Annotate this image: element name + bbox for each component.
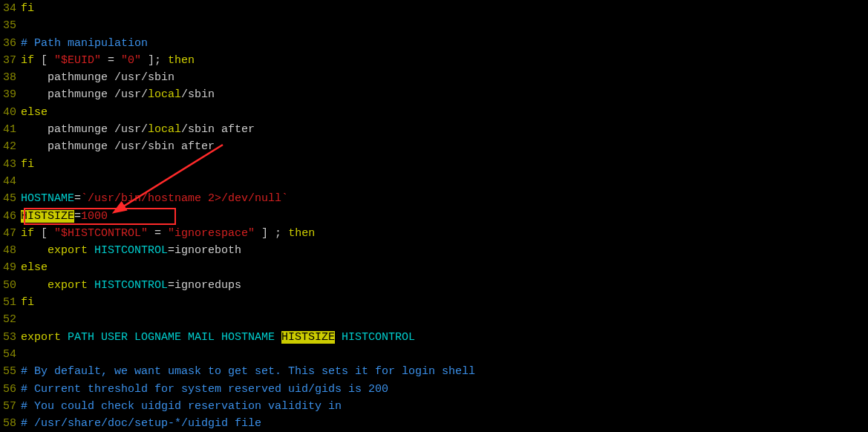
code-line[interactable]: 55# By default, we want umask to get set… [0, 363, 868, 380]
token: pathmunge [21, 123, 114, 136]
line-number: 45 [0, 190, 21, 207]
token: pathmunge [21, 71, 114, 84]
token: export [48, 279, 88, 292]
code-content[interactable]: pathmunge /usr/local/sbin after [21, 121, 255, 138]
token: /sbin after [181, 123, 255, 136]
code-content[interactable]: fi [21, 156, 34, 173]
code-content[interactable]: if [ "$EUID" = "0" ]; then [21, 52, 195, 69]
code-content[interactable]: # Path manipulation [21, 35, 148, 52]
code-content[interactable]: pathmunge /usr/sbin after [21, 138, 215, 155]
token: HISTCONTROL [94, 244, 168, 257]
line-number: 57 [0, 398, 21, 415]
token: if [21, 54, 34, 67]
line-number: 42 [0, 138, 21, 155]
line-number: 49 [0, 259, 21, 276]
token: HISTCONTROL [335, 331, 415, 344]
code-line[interactable]: 42 pathmunge /usr/sbin after [0, 138, 868, 155]
code-line[interactable]: 48 export HISTCONTROL=ignoreboth [0, 242, 868, 259]
code-line[interactable]: 58# /usr/share/doc/setup-*/uidgid file [0, 415, 868, 432]
line-number: 52 [0, 311, 21, 328]
token: = [74, 210, 81, 223]
code-line[interactable]: 34fi [0, 0, 868, 17]
token: export [48, 244, 88, 257]
token: /usr/ [114, 123, 148, 136]
token: # Path manipulation [21, 37, 148, 50]
line-number: 48 [0, 242, 21, 259]
code-line[interactable]: 45HOSTNAME=`/usr/bin/hostname 2>/dev/nul… [0, 190, 868, 207]
code-content[interactable]: fi [21, 0, 34, 17]
code-content[interactable]: pathmunge /usr/local/sbin [21, 86, 215, 103]
token: # You could check uidgid reservation val… [21, 400, 342, 413]
code-line[interactable]: 46HISTSIZE=1000 [0, 208, 868, 225]
code-line[interactable]: 57# You could check uidgid reservation v… [0, 398, 868, 415]
token: =ignoredups [168, 279, 241, 292]
line-number: 56 [0, 381, 21, 398]
code-line[interactable]: 39 pathmunge /usr/local/sbin [0, 86, 868, 103]
code-line[interactable]: 56# Current threshold for system reserve… [0, 381, 868, 398]
token: # /usr/share/doc/setup-*/uidgid file [21, 417, 261, 430]
token: else [21, 106, 48, 119]
code-content[interactable]: # Current threshold for system reserved … [21, 381, 388, 398]
code-content[interactable]: HOSTNAME=`/usr/bin/hostname 2>/dev/null` [21, 190, 288, 207]
token: = [101, 54, 121, 67]
line-number: 58 [0, 415, 21, 432]
code-line[interactable]: 54 [0, 346, 868, 363]
token: PATH USER LOGNAME MAIL HOSTNAME [68, 331, 281, 344]
code-content[interactable]: else [21, 104, 48, 121]
code-content[interactable]: HISTSIZE=1000 [21, 208, 108, 225]
line-number: 51 [0, 294, 21, 311]
code-editor[interactable]: 34fi3536# Path manipulation37if [ "$EUID… [0, 0, 868, 432]
code-content[interactable]: pathmunge /usr/sbin [21, 69, 174, 86]
token: = [74, 192, 81, 205]
code-content[interactable]: # You could check uidgid reservation val… [21, 398, 342, 415]
line-number: 55 [0, 363, 21, 380]
token: # Current threshold for system reserved … [21, 383, 388, 396]
token: then [168, 54, 195, 67]
token: "$HISTCONTROL" [54, 227, 148, 240]
code-content[interactable]: # /usr/share/doc/setup-*/uidgid file [21, 415, 261, 432]
code-line[interactable]: 53export PATH USER LOGNAME MAIL HOSTNAME… [0, 329, 868, 346]
line-number: 40 [0, 104, 21, 121]
token: HISTSIZE [21, 210, 74, 223]
code-line[interactable]: 41 pathmunge /usr/local/sbin after [0, 121, 868, 138]
line-number: 53 [0, 329, 21, 346]
token: [ [34, 54, 54, 67]
token: "ignorespace" [168, 227, 255, 240]
code-line[interactable]: 37if [ "$EUID" = "0" ]; then [0, 52, 868, 69]
token: "0" [121, 54, 141, 67]
line-number: 54 [0, 346, 21, 363]
token [61, 331, 68, 344]
code-content[interactable]: export HISTCONTROL=ignoreboth [21, 242, 241, 259]
code-content[interactable]: # By default, we want umask to get set. … [21, 363, 475, 380]
code-line[interactable]: 38 pathmunge /usr/sbin [0, 69, 868, 86]
code-content[interactable]: else [21, 259, 48, 276]
line-number: 47 [0, 225, 21, 242]
line-number: 37 [0, 52, 21, 69]
code-line[interactable]: 43fi [0, 156, 868, 173]
token: 1000 [81, 210, 108, 223]
token: else [21, 261, 48, 274]
token: "$EUID" [54, 54, 101, 67]
code-line[interactable]: 49else [0, 259, 868, 276]
code-line[interactable]: 36# Path manipulation [0, 35, 868, 52]
token [21, 244, 48, 257]
token: local [148, 123, 181, 136]
code-content[interactable]: export PATH USER LOGNAME MAIL HOSTNAME H… [21, 329, 415, 346]
code-content[interactable]: export HISTCONTROL=ignoredups [21, 277, 241, 294]
code-line[interactable]: 40else [0, 104, 868, 121]
code-line[interactable]: 51fi [0, 294, 868, 311]
line-number: 35 [0, 17, 21, 34]
token: /sbin [181, 88, 215, 101]
line-number: 44 [0, 173, 21, 190]
code-content[interactable]: fi [21, 294, 34, 311]
token: pathmunge [21, 140, 114, 153]
token: ]; [141, 54, 168, 67]
token: fi [21, 158, 34, 171]
code-line[interactable]: 50 export HISTCONTROL=ignoredups [0, 277, 868, 294]
code-line[interactable]: 47if [ "$HISTCONTROL" = "ignorespace" ] … [0, 225, 868, 242]
token: ] ; [255, 227, 288, 240]
code-line[interactable]: 52 [0, 311, 868, 328]
code-line[interactable]: 44 [0, 173, 868, 190]
code-content[interactable]: if [ "$HISTCONTROL" = "ignorespace" ] ; … [21, 225, 315, 242]
code-line[interactable]: 35 [0, 17, 868, 34]
